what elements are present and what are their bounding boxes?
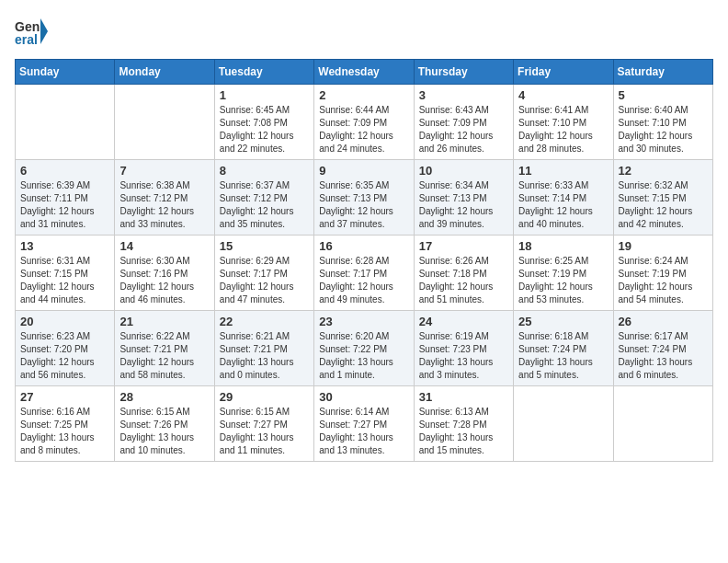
calendar-cell: 31Sunrise: 6:13 AMSunset: 7:28 PMDayligh… xyxy=(414,386,513,462)
day-number: 30 xyxy=(319,390,408,404)
day-info: Sunrise: 6:29 AMSunset: 7:17 PMDaylight:… xyxy=(220,255,309,306)
day-info: Sunrise: 6:33 AMSunset: 7:14 PMDaylight:… xyxy=(518,179,608,231)
calendar-cell: 23Sunrise: 6:20 AMSunset: 7:22 PMDayligh… xyxy=(314,311,414,386)
day-info: Sunrise: 6:35 AMSunset: 7:13 PMDaylight:… xyxy=(319,179,408,231)
logo: Gen eral xyxy=(15,15,51,48)
page-header: Gen eral xyxy=(15,15,713,48)
svg-marker-2 xyxy=(40,18,48,44)
calendar-table: SundayMondayTuesdayWednesdayThursdayFrid… xyxy=(15,59,713,462)
day-info: Sunrise: 6:16 AMSunset: 7:25 PMDaylight:… xyxy=(20,406,109,457)
calendar-cell: 20Sunrise: 6:23 AMSunset: 7:20 PMDayligh… xyxy=(16,311,115,386)
day-number: 2 xyxy=(319,88,408,102)
day-info: Sunrise: 6:38 AMSunset: 7:12 PMDaylight:… xyxy=(119,179,209,231)
day-info: Sunrise: 6:15 AMSunset: 7:27 PMDaylight:… xyxy=(220,406,309,457)
day-info: Sunrise: 6:39 AMSunset: 7:11 PMDaylight:… xyxy=(20,179,109,231)
day-info: Sunrise: 6:32 AMSunset: 7:15 PMDaylight:… xyxy=(619,179,708,231)
day-info: Sunrise: 6:25 AMSunset: 7:19 PMDaylight:… xyxy=(518,255,608,306)
svg-text:eral: eral xyxy=(15,32,38,47)
calendar-cell: 3Sunrise: 6:43 AMSunset: 7:09 PMDaylight… xyxy=(414,85,513,160)
day-number: 22 xyxy=(220,315,309,328)
day-info: Sunrise: 6:41 AMSunset: 7:10 PMDaylight:… xyxy=(518,104,608,155)
header-cell-friday: Friday xyxy=(514,60,613,85)
day-number: 8 xyxy=(220,164,309,178)
calendar-cell xyxy=(613,386,712,462)
day-info: Sunrise: 6:34 AMSunset: 7:13 PMDaylight:… xyxy=(419,179,508,231)
day-number: 7 xyxy=(119,164,209,178)
week-row-2: 6Sunrise: 6:39 AMSunset: 7:11 PMDaylight… xyxy=(16,160,713,236)
day-number: 29 xyxy=(220,390,309,404)
day-number: 5 xyxy=(619,88,708,102)
day-info: Sunrise: 6:43 AMSunset: 7:09 PMDaylight:… xyxy=(419,104,508,155)
day-number: 18 xyxy=(518,239,608,253)
calendar-cell: 11Sunrise: 6:33 AMSunset: 7:14 PMDayligh… xyxy=(514,160,613,236)
day-info: Sunrise: 6:24 AMSunset: 7:19 PMDaylight:… xyxy=(619,255,708,306)
calendar-cell xyxy=(514,386,613,462)
week-row-3: 13Sunrise: 6:31 AMSunset: 7:15 PMDayligh… xyxy=(16,236,713,311)
calendar-cell: 12Sunrise: 6:32 AMSunset: 7:15 PMDayligh… xyxy=(613,160,712,236)
day-number: 10 xyxy=(419,164,508,178)
calendar-cell: 15Sunrise: 6:29 AMSunset: 7:17 PMDayligh… xyxy=(214,236,313,311)
day-number: 11 xyxy=(518,164,608,178)
header-cell-monday: Monday xyxy=(115,60,214,85)
day-number: 16 xyxy=(319,239,408,253)
day-number: 12 xyxy=(619,164,708,178)
day-number: 23 xyxy=(319,315,408,328)
calendar-cell: 8Sunrise: 6:37 AMSunset: 7:12 PMDaylight… xyxy=(214,160,313,236)
day-info: Sunrise: 6:37 AMSunset: 7:12 PMDaylight:… xyxy=(220,179,309,231)
day-info: Sunrise: 6:28 AMSunset: 7:17 PMDaylight:… xyxy=(319,255,408,306)
header-cell-thursday: Thursday xyxy=(414,60,513,85)
calendar-cell: 26Sunrise: 6:17 AMSunset: 7:24 PMDayligh… xyxy=(613,311,712,386)
day-number: 14 xyxy=(119,239,209,253)
calendar-cell: 16Sunrise: 6:28 AMSunset: 7:17 PMDayligh… xyxy=(314,236,414,311)
day-number: 6 xyxy=(20,164,109,178)
calendar-cell: 10Sunrise: 6:34 AMSunset: 7:13 PMDayligh… xyxy=(414,160,513,236)
day-number: 9 xyxy=(319,164,408,178)
calendar-cell: 17Sunrise: 6:26 AMSunset: 7:18 PMDayligh… xyxy=(414,236,513,311)
calendar-cell: 28Sunrise: 6:15 AMSunset: 7:26 PMDayligh… xyxy=(115,386,214,462)
calendar-cell: 30Sunrise: 6:14 AMSunset: 7:27 PMDayligh… xyxy=(314,386,414,462)
day-info: Sunrise: 6:17 AMSunset: 7:24 PMDaylight:… xyxy=(619,330,708,382)
day-info: Sunrise: 6:44 AMSunset: 7:09 PMDaylight:… xyxy=(319,104,408,155)
day-info: Sunrise: 6:40 AMSunset: 7:10 PMDaylight:… xyxy=(619,104,708,155)
calendar-cell: 22Sunrise: 6:21 AMSunset: 7:21 PMDayligh… xyxy=(214,311,313,386)
day-number: 15 xyxy=(220,239,309,253)
week-row-5: 27Sunrise: 6:16 AMSunset: 7:25 PMDayligh… xyxy=(16,386,713,462)
calendar-cell xyxy=(115,85,214,160)
day-number: 26 xyxy=(619,315,708,328)
header-cell-saturday: Saturday xyxy=(613,60,712,85)
day-number: 24 xyxy=(419,315,508,328)
day-info: Sunrise: 6:23 AMSunset: 7:20 PMDaylight:… xyxy=(20,330,109,382)
day-info: Sunrise: 6:45 AMSunset: 7:08 PMDaylight:… xyxy=(220,104,309,155)
calendar-cell: 21Sunrise: 6:22 AMSunset: 7:21 PMDayligh… xyxy=(115,311,214,386)
week-row-1: 1Sunrise: 6:45 AMSunset: 7:08 PMDaylight… xyxy=(16,85,713,160)
header-cell-wednesday: Wednesday xyxy=(314,60,414,85)
day-info: Sunrise: 6:22 AMSunset: 7:21 PMDaylight:… xyxy=(119,330,209,382)
calendar-cell: 4Sunrise: 6:41 AMSunset: 7:10 PMDaylight… xyxy=(514,85,613,160)
day-info: Sunrise: 6:31 AMSunset: 7:15 PMDaylight:… xyxy=(20,255,109,306)
calendar-cell: 2Sunrise: 6:44 AMSunset: 7:09 PMDaylight… xyxy=(314,85,414,160)
calendar-cell: 24Sunrise: 6:19 AMSunset: 7:23 PMDayligh… xyxy=(414,311,513,386)
day-number: 31 xyxy=(419,390,508,404)
day-info: Sunrise: 6:21 AMSunset: 7:21 PMDaylight:… xyxy=(220,330,309,382)
day-number: 17 xyxy=(419,239,508,253)
day-info: Sunrise: 6:30 AMSunset: 7:16 PMDaylight:… xyxy=(119,255,209,306)
calendar-cell: 14Sunrise: 6:30 AMSunset: 7:16 PMDayligh… xyxy=(115,236,214,311)
calendar-cell: 19Sunrise: 6:24 AMSunset: 7:19 PMDayligh… xyxy=(613,236,712,311)
day-number: 3 xyxy=(419,88,508,102)
day-number: 25 xyxy=(518,315,608,328)
day-info: Sunrise: 6:19 AMSunset: 7:23 PMDaylight:… xyxy=(419,330,508,382)
calendar-cell: 29Sunrise: 6:15 AMSunset: 7:27 PMDayligh… xyxy=(214,386,313,462)
calendar-cell: 13Sunrise: 6:31 AMSunset: 7:15 PMDayligh… xyxy=(16,236,115,311)
logo-icon: Gen eral xyxy=(15,15,48,48)
calendar-cell: 9Sunrise: 6:35 AMSunset: 7:13 PMDaylight… xyxy=(314,160,414,236)
day-info: Sunrise: 6:13 AMSunset: 7:28 PMDaylight:… xyxy=(419,406,508,457)
day-info: Sunrise: 6:20 AMSunset: 7:22 PMDaylight:… xyxy=(319,330,408,382)
calendar-cell: 5Sunrise: 6:40 AMSunset: 7:10 PMDaylight… xyxy=(613,85,712,160)
calendar-cell: 27Sunrise: 6:16 AMSunset: 7:25 PMDayligh… xyxy=(16,386,115,462)
day-number: 27 xyxy=(20,390,109,404)
day-info: Sunrise: 6:26 AMSunset: 7:18 PMDaylight:… xyxy=(419,255,508,306)
calendar-cell: 1Sunrise: 6:45 AMSunset: 7:08 PMDaylight… xyxy=(214,85,313,160)
calendar-cell: 25Sunrise: 6:18 AMSunset: 7:24 PMDayligh… xyxy=(514,311,613,386)
day-info: Sunrise: 6:14 AMSunset: 7:27 PMDaylight:… xyxy=(319,406,408,457)
day-number: 28 xyxy=(119,390,209,404)
